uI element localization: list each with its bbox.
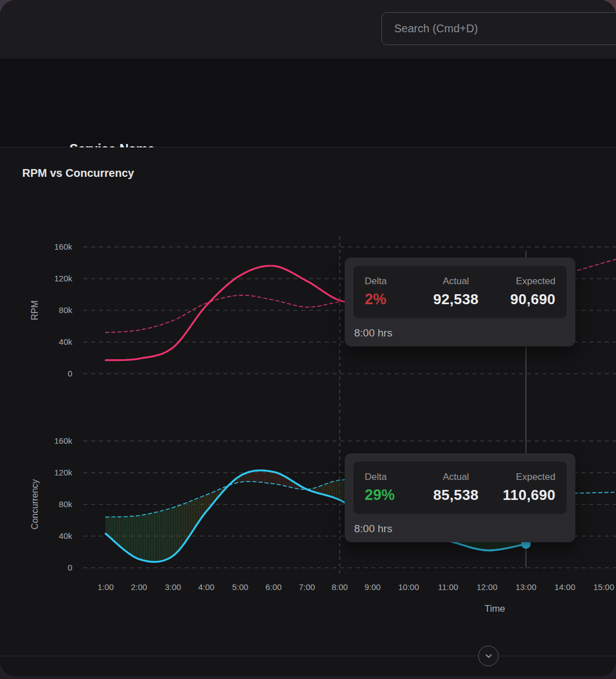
- svg-text:0: 0: [68, 563, 72, 572]
- svg-text:40k: 40k: [59, 531, 73, 541]
- svg-text:1:00: 1:00: [97, 582, 113, 592]
- svg-text:40k: 40k: [59, 337, 73, 346]
- chevron-down-icon: [483, 651, 494, 662]
- svg-text:Concurrency: Concurrency: [30, 479, 39, 530]
- footer-divider: [0, 656, 616, 656]
- svg-text:80k: 80k: [59, 499, 73, 509]
- concurrency-tooltip: Delta 29% Actual 85,538 Expected 110,690…: [345, 453, 575, 542]
- svg-text:13:00: 13:00: [515, 582, 536, 592]
- svg-text:14:00: 14:00: [554, 582, 575, 592]
- rpm-tooltip-values: Delta 2% Actual 92,538 Expected 90,690: [354, 266, 567, 318]
- svg-text:80k: 80k: [59, 305, 73, 315]
- svg-text:15:00: 15:00: [593, 582, 614, 592]
- actual-label: Actual: [429, 472, 483, 483]
- svg-text:0: 0: [68, 369, 72, 378]
- svg-text:RPM: RPM: [30, 300, 39, 320]
- svg-text:5:00: 5:00: [232, 582, 248, 592]
- delta-label: Delta: [365, 276, 429, 287]
- expected-value: 90,690: [483, 291, 555, 308]
- svg-text:160k: 160k: [54, 242, 72, 251]
- actual-value: 92,538: [429, 291, 483, 308]
- tooltip-time: 8:00 hrs: [354, 523, 393, 535]
- svg-text:12:00: 12:00: [476, 582, 498, 592]
- tooltip-time: 8:00 hrs: [354, 327, 393, 339]
- svg-text:7:00: 7:00: [299, 582, 315, 592]
- concurrency-tooltip-values: Delta 29% Actual 85,538 Expected 110,690: [354, 462, 567, 514]
- delta-value: 29%: [365, 487, 429, 504]
- svg-text:3:00: 3:00: [165, 582, 181, 592]
- expected-label: Expected: [483, 276, 555, 287]
- svg-text:9:00: 9:00: [364, 582, 380, 592]
- app-window: Service Name Service Owner: Yash Deshpan…: [0, 0, 616, 676]
- svg-text:120k: 120k: [54, 468, 72, 477]
- expected-value: 110,690: [483, 487, 555, 504]
- expected-label: Expected: [483, 472, 555, 483]
- svg-text:Time: Time: [484, 603, 505, 614]
- svg-text:10:00: 10:00: [398, 582, 419, 592]
- scroll-down-button[interactable]: [478, 646, 499, 666]
- delta-value: 2%: [365, 291, 429, 308]
- actual-value: 85,538: [429, 487, 483, 504]
- svg-text:6:00: 6:00: [265, 582, 281, 592]
- svg-text:4:00: 4:00: [198, 582, 214, 592]
- svg-text:120k: 120k: [54, 274, 72, 283]
- rpm-tooltip: Delta 2% Actual 92,538 Expected 90,690 8…: [345, 257, 575, 346]
- svg-text:11:00: 11:00: [438, 582, 458, 592]
- delta-label: Delta: [365, 472, 429, 483]
- svg-text:8:00: 8:00: [331, 582, 347, 592]
- actual-label: Actual: [429, 276, 483, 287]
- svg-text:160k: 160k: [54, 436, 72, 445]
- svg-text:2:00: 2:00: [131, 582, 147, 592]
